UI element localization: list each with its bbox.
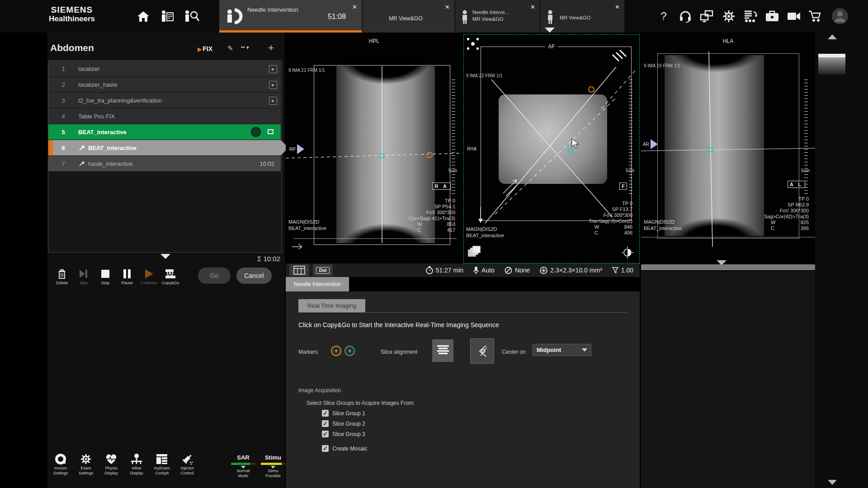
copy-and-go-button[interactable]: Copy&Go: [160, 268, 180, 285]
layout-table-button[interactable]: [289, 264, 309, 276]
mri-console-screen: SIEMENS Healthineers Needle Intervention…: [0, 0, 868, 488]
image-stack-icon[interactable]: [468, 246, 481, 258]
export-icon[interactable]: ▸: [269, 81, 277, 89]
briefcase-icon[interactable]: [763, 7, 781, 25]
checkbox-create-mosaic[interactable]: ✓ Create Mosaic: [322, 445, 367, 452]
add-step-icon[interactable]: +: [268, 42, 274, 54]
slice-position-marker[interactable]: AR: [643, 139, 658, 149]
collapse-arrow-icon[interactable]: [545, 28, 555, 33]
edit-pencil-icon[interactable]: ✎: [227, 44, 233, 52]
stimulation-meter[interactable]: Stimu StimuPossible: [259, 454, 287, 479]
stimu-bar: [261, 463, 285, 465]
green-marker-button[interactable]: +: [344, 346, 355, 356]
myexam-cockpit-button[interactable]: myExamCockpit: [150, 453, 174, 476]
checkbox-slice-group-1[interactable]: ✓ Slice Group 1: [322, 410, 365, 417]
checkbox-icon: ✓: [322, 410, 329, 417]
patient-registration-icon[interactable]: [157, 7, 177, 25]
interactive-sequence-icon: [78, 160, 85, 167]
protocol-row-beat-running[interactable]: 5 BEAT_interactive: [48, 124, 281, 140]
windowing-contrast-icon[interactable]: [622, 247, 633, 258]
protocol-list: 1 localizer ▸ 2 localizer_haste ▸ 3 t2_t…: [48, 60, 282, 253]
run-toggle-icon[interactable]: [251, 127, 261, 137]
checkbox-slice-group-2[interactable]: ✓ Slice Group 2: [322, 420, 365, 427]
chevron-down-icon: [582, 348, 587, 352]
scroll-down-icon[interactable]: [828, 480, 837, 485]
tab-timer: 51:08: [328, 13, 346, 21]
viewport-af[interactable]: AF 9 IMA 22 FRM 1/1 RHA 5cm F TP 0 SP F1…: [463, 34, 640, 263]
protocol-row-beat-selected[interactable]: 6 BEAT_interactive: [48, 140, 281, 155]
slice-alignment-hide-button[interactable]: [470, 338, 494, 364]
patient-search-icon[interactable]: [182, 7, 202, 25]
dot-engine-button[interactable]: Dot: [313, 264, 333, 276]
close-icon[interactable]: ✕: [445, 4, 450, 10]
orientation-cube: A L: [788, 181, 805, 188]
view-options-icon[interactable]: •• ▾: [241, 44, 249, 51]
data-transfer-queue-icon[interactable]: [741, 7, 760, 25]
tab-mr-viewgo-1[interactable]: MR View&GO ✕: [363, 0, 455, 33]
pif-status: 1.00: [612, 267, 633, 274]
video-camera-icon[interactable]: [785, 7, 803, 25]
tab-needle-intervention[interactable]: Needle Intervention 51:08 ✕: [219, 0, 362, 33]
window-icon[interactable]: [268, 129, 274, 134]
inline-display-button[interactable]: InlineDisplay: [124, 453, 149, 476]
slice-position-label: RHA: [467, 146, 476, 151]
tab-real-time-imaging[interactable]: Real Time Imaging: [298, 299, 365, 312]
tab-needle-mr-viewgo[interactable]: Needle Interve... MR View&GO ✕: [455, 0, 540, 33]
user-avatar[interactable]: [831, 7, 849, 25]
injector-control-button[interactable]: InjectorControl: [175, 453, 199, 476]
sar-bar: [231, 463, 255, 465]
horizontal-scrollbar[interactable]: [641, 264, 815, 270]
funnel-icon: [612, 267, 618, 274]
series-thumbnail[interactable]: [818, 57, 845, 75]
sar-meter[interactable]: SAR NormalMode: [229, 454, 257, 479]
orange-marker-button[interactable]: +: [331, 346, 341, 356]
checkbox-slice-group-3[interactable]: ✓ Slice Group 3: [322, 431, 365, 437]
scroll-up-icon[interactable]: [828, 34, 837, 39]
cancel-button[interactable]: Cancel: [236, 267, 272, 284]
focus-corner-icon[interactable]: [467, 38, 479, 50]
tab-label: MR View&GO: [389, 15, 422, 22]
slice-alignment-stack-button[interactable]: [432, 339, 453, 362]
close-icon[interactable]: ✕: [530, 4, 535, 10]
close-icon[interactable]: ✕: [615, 4, 620, 10]
pause-button[interactable]: Pause: [117, 268, 137, 285]
skip-button[interactable]: Skip: [74, 268, 94, 285]
markers-label: Markers: [298, 349, 318, 355]
network-monitors-icon[interactable]: [698, 7, 716, 25]
slice-position-marker[interactable]: RP: [289, 144, 304, 154]
physio-display-button[interactable]: PhysioDisplay: [99, 453, 123, 476]
real-time-imaging-panel: Real Time Imaging Click on Copy&Go to St…: [286, 291, 640, 488]
protocol-row-haste[interactable]: 7 haste_interactive 10:02: [48, 156, 281, 171]
protocol-row-t2-tse[interactable]: 3 t2_tse_tra_planning&verification ▸: [48, 93, 281, 108]
tab-label: Needle Interve... MR View&GO: [472, 9, 509, 23]
shopping-cart-icon[interactable]: [806, 7, 824, 25]
close-icon[interactable]: ✕: [352, 4, 357, 10]
export-icon[interactable]: ▸: [269, 97, 277, 105]
system-dock: InroomSettings ExamSettings PhysioDispla…: [47, 450, 285, 487]
protocol-row-localizer-haste[interactable]: 2 localizer_haste ▸: [48, 77, 281, 92]
center-on-dropdown[interactable]: Midpoint: [533, 344, 591, 356]
viewport-hpl[interactable]: HPL 9 IMA 21 FRM 1/1 RP 5cm R A TP 0 SP …: [286, 34, 462, 263]
needle-intervention-card-tab[interactable]: Needle Intervention: [286, 277, 349, 291]
inroom-settings-button[interactable]: InroomSettings: [48, 453, 73, 476]
viewport-hla[interactable]: HLA 9 IMA 19 FRM 1/1 AR 5cm A L TP 0 SP …: [641, 34, 815, 263]
continue-button[interactable]: Continue: [139, 268, 159, 285]
selection-bar: [48, 140, 53, 155]
go-button[interactable]: Go: [198, 267, 231, 284]
protocol-row-localizer[interactable]: 1 localizer ▸: [48, 61, 281, 76]
settings-gear-icon[interactable]: [720, 7, 738, 25]
home-icon[interactable]: [133, 7, 153, 25]
image-parameters: TP 0 SP R63.9 FoV 300*300 Sag>Cor(42)>Tr…: [764, 196, 809, 231]
export-icon[interactable]: ▸: [269, 65, 277, 73]
help-icon[interactable]: ?: [655, 7, 673, 25]
siemens-healthineers-logo: SIEMENS Healthineers: [49, 5, 95, 23]
delete-button[interactable]: Delete: [52, 268, 72, 285]
remote-support-headset-icon[interactable]: [676, 7, 694, 25]
exam-settings-button[interactable]: ExamSettings: [74, 453, 98, 476]
center-on-label: Center on: [502, 349, 526, 355]
expand-list-arrow[interactable]: [160, 254, 170, 259]
scale-ruler: [629, 80, 632, 195]
stop-button[interactable]: Stop: [95, 268, 115, 285]
protocol-row-table-pos[interactable]: 4 Table Pos FIX: [48, 108, 281, 124]
total-scan-time: Σ 10:02: [257, 255, 280, 263]
